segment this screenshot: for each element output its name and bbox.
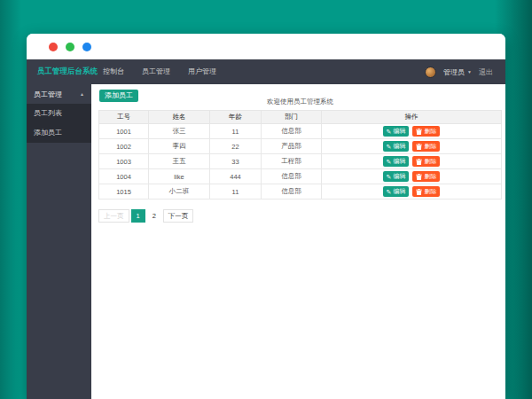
table-row: 1001 张三 11 信息部 ✎编辑删除 (99, 124, 502, 139)
maximize-window-icon[interactable] (82, 43, 91, 51)
pagination-page-2[interactable]: 2 (147, 209, 161, 223)
edit-button[interactable]: ✎编辑 (383, 126, 410, 137)
user-name-label: 管理员 (443, 67, 465, 77)
logout-link[interactable]: 退出 (479, 67, 493, 77)
col-header-name: 姓名 (149, 111, 210, 124)
sidebar-group-employee-management[interactable]: 员工管理 ▲ (27, 84, 91, 104)
table-row: 1004 like 444 信息部 ✎编辑删除 (99, 169, 502, 184)
table-header-row: 工号 姓名 年龄 部门 操作 (99, 111, 502, 124)
cell-actions: ✎编辑删除 (322, 154, 502, 169)
table-row: 1003 王五 33 工程部 ✎编辑删除 (99, 154, 502, 169)
cell-dept: 信息部 (262, 124, 322, 139)
cell-actions: ✎编辑删除 (322, 184, 502, 200)
table-caption: 欢迎使用员工管理系统 (98, 90, 502, 110)
trash-icon (416, 174, 422, 180)
trash-icon (416, 144, 422, 150)
delete-label: 删除 (424, 172, 436, 181)
edit-icon: ✎ (387, 144, 392, 150)
user-avatar[interactable] (425, 66, 436, 78)
trash-icon (416, 189, 422, 195)
cell-actions: ✎编辑删除 (322, 169, 502, 184)
cell-id: 1002 (99, 139, 149, 154)
edit-label: 编辑 (393, 157, 405, 166)
table-row: 1002 李四 22 产品部 ✎编辑删除 (99, 139, 502, 154)
cell-dept: 信息部 (262, 169, 322, 184)
cell-age: 11 (210, 184, 262, 200)
edit-button[interactable]: ✎编辑 (383, 141, 410, 152)
add-employee-button[interactable]: 添加员工 (99, 90, 138, 102)
cell-id: 1004 (99, 169, 149, 184)
sidebar: 员工管理 ▲ 员工列表 添加员工 (27, 84, 91, 399)
minimize-window-icon[interactable] (66, 43, 74, 51)
delete-button[interactable]: 删除 (412, 141, 440, 152)
cell-dept: 工程部 (262, 154, 322, 169)
delete-label: 删除 (424, 157, 436, 166)
window-body: 员工管理 ▲ 员工列表 添加员工 添加员工 欢迎使用员工管理系统 工号 姓名 年… (27, 84, 505, 399)
col-header-dept: 部门 (262, 111, 322, 124)
top-navbar: 员工管理后台系统 控制台 员工管理 用户管理 管理员 ▼ 退出 (27, 59, 505, 84)
app-brand: 员工管理后台系统 (27, 66, 94, 77)
pagination-next[interactable]: 下一页 (163, 209, 194, 223)
cell-actions: ✎编辑删除 (322, 124, 502, 139)
trash-icon (416, 159, 422, 165)
edit-button[interactable]: ✎编辑 (383, 186, 410, 197)
delete-button[interactable]: 删除 (412, 171, 440, 182)
edit-icon: ✎ (387, 129, 392, 135)
edit-button[interactable]: ✎编辑 (383, 171, 410, 182)
cell-name: 李四 (149, 139, 210, 154)
cell-dept: 产品部 (262, 139, 322, 154)
employee-table: 工号 姓名 年龄 部门 操作 1001 张三 11 信息部 ✎编辑删除 (98, 110, 502, 200)
delete-label: 删除 (424, 187, 436, 196)
chevron-up-icon: ▲ (80, 91, 84, 97)
browser-titlebar (27, 34, 505, 59)
close-window-icon[interactable] (49, 43, 58, 51)
cell-age: 33 (210, 154, 262, 169)
edit-icon: ✎ (387, 189, 392, 195)
cell-name: 小二班 (149, 184, 210, 200)
user-dropdown[interactable]: 管理员 ▼ (443, 67, 472, 77)
navbar-right: 管理员 ▼ 退出 (425, 66, 505, 78)
cell-actions: ✎编辑删除 (322, 139, 502, 154)
delete-button[interactable]: 删除 (412, 126, 440, 137)
edit-icon: ✎ (387, 159, 392, 165)
nav-item-user-management[interactable]: 用户管理 (182, 59, 223, 84)
cell-id: 1003 (99, 154, 149, 169)
cell-name: 张三 (149, 124, 210, 139)
sidebar-group-label: 员工管理 (34, 90, 62, 99)
edit-label: 编辑 (393, 142, 405, 151)
cell-id: 1001 (99, 124, 149, 139)
edit-label: 编辑 (393, 172, 405, 181)
cell-age: 11 (210, 124, 262, 139)
delete-button[interactable]: 删除 (412, 186, 440, 197)
cell-name: like (149, 169, 210, 184)
pagination: 上一页 1 2 下一页 (98, 209, 502, 223)
cell-age: 22 (210, 139, 262, 154)
edit-label: 编辑 (393, 127, 405, 136)
nav-item-console[interactable]: 控制台 (97, 59, 130, 84)
cell-id: 1015 (99, 184, 149, 200)
cell-age: 444 (210, 169, 262, 184)
main-content: 添加员工 欢迎使用员工管理系统 工号 姓名 年龄 部门 操作 (91, 84, 505, 399)
sidebar-item-add-employee[interactable]: 添加员工 (27, 123, 91, 143)
edit-label: 编辑 (393, 187, 405, 196)
pagination-page-1[interactable]: 1 (131, 209, 145, 223)
table-row: 1015 小二班 11 信息部 ✎编辑删除 (99, 184, 502, 200)
nav-item-employee-management[interactable]: 员工管理 (136, 59, 176, 84)
chevron-down-icon: ▼ (467, 69, 472, 74)
edit-icon: ✎ (387, 174, 392, 180)
delete-button[interactable]: 删除 (412, 156, 440, 167)
pagination-prev[interactable]: 上一页 (98, 209, 129, 223)
col-header-actions: 操作 (322, 111, 502, 124)
delete-label: 删除 (424, 127, 436, 136)
app-window: 员工管理后台系统 控制台 员工管理 用户管理 管理员 ▼ 退出 员工管理 ▲ 员… (27, 34, 505, 399)
cell-name: 王五 (149, 154, 210, 169)
delete-label: 删除 (424, 142, 436, 151)
cell-dept: 信息部 (262, 184, 322, 200)
trash-icon (416, 129, 422, 135)
col-header-id: 工号 (99, 111, 149, 124)
edit-button[interactable]: ✎编辑 (383, 156, 410, 167)
col-header-age: 年龄 (210, 111, 262, 124)
sidebar-item-employee-list[interactable]: 员工列表 (27, 104, 91, 123)
